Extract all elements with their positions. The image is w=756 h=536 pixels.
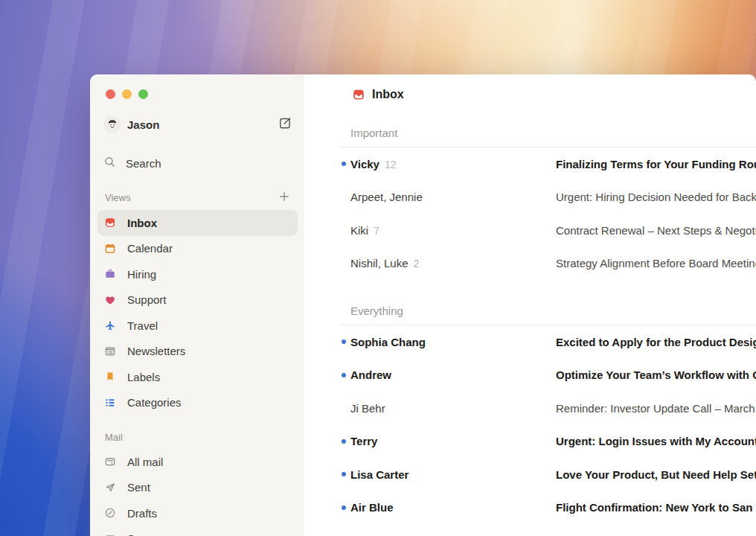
unread-dot-cell [304, 339, 350, 344]
search-button[interactable]: Search [103, 155, 291, 171]
email-row[interactable]: Arpeet, JennieUrgent: Hiring Decision Ne… [304, 181, 756, 214]
briefcase-icon [104, 268, 116, 280]
calendar-icon [104, 243, 116, 255]
unread-dot-cell [304, 162, 350, 166]
email-row[interactable]: Industry InsightsThe Future of AI in Com… [304, 524, 756, 536]
add-view-button[interactable] [278, 190, 291, 205]
unread-dot [342, 339, 346, 344]
send-icon [104, 482, 116, 494]
email-row[interactable]: Nishil, Luke2Strategy Alignment Before B… [304, 247, 756, 281]
thread-count: 12 [385, 159, 397, 170]
email-row[interactable]: AndrewOptimize Your Team’s Workflow with… [304, 359, 756, 392]
email-row[interactable]: Ji BehrReminder: Investor Update Call – … [304, 392, 756, 425]
sidebar-item-label: Drafts [127, 507, 157, 520]
email-sender: Terry [350, 435, 556, 447]
profile-name: Jason [127, 118, 159, 131]
email-row[interactable]: Lisa CarterLove Your Product, But Need H… [304, 458, 756, 491]
email-subject: Contract Renewal – Next Steps & Negotiat… [556, 224, 756, 237]
email-subject: Urgent: Hiring Decision Needed for Backe… [556, 191, 756, 203]
sidebar-item-calendar[interactable]: Calendar [97, 236, 298, 262]
email-row[interactable]: Air BlueFlight Confirmation: New York to… [304, 491, 756, 525]
unread-dot [342, 439, 346, 444]
sidebar-item-label: Sent [127, 481, 150, 494]
mail-section-label: Mail [105, 432, 123, 443]
compose-icon [278, 116, 292, 133]
email-subject: Reminder: Investor Update Call – March 5… [556, 402, 756, 415]
sidebar-item-label: Hiring [127, 268, 156, 281]
draft-icon [104, 507, 116, 519]
email-row[interactable]: Sophia ChangExcited to Apply for the Pro… [304, 325, 756, 359]
views-header: Views [105, 190, 291, 205]
traffic-lights [90, 74, 304, 99]
sidebar-item-label: Categories [127, 396, 182, 409]
email-subject: Flight Confirmation: New York to San Fra… [556, 501, 756, 514]
email-sender: Lisa Carter [350, 468, 556, 481]
sidebar-item-inbox[interactable]: Inbox [97, 210, 298, 236]
heart-icon [104, 294, 116, 306]
inbox-header: Inbox [304, 74, 756, 103]
email-row[interactable]: Vicky12Finalizing Terms for Your Funding… [304, 147, 756, 181]
minimize-button[interactable] [122, 89, 132, 99]
sidebar-item-label: Support [127, 293, 167, 306]
email-sender: Nishil, Luke2 [350, 257, 556, 269]
email-sender: Air Blue [350, 501, 556, 514]
sidebar-item-label: All mail [127, 456, 163, 468]
sidebar-item-categories[interactable]: Categories [97, 390, 298, 416]
email-sender: Sophia Chang [350, 336, 556, 348]
email-row[interactable]: Kiki7Contract Renewal – Next Steps & Neg… [304, 214, 756, 247]
bookmark-icon [104, 371, 116, 383]
search-icon [103, 156, 116, 170]
mail-app-window: Jason Search Views InboxCalendarHiringSu… [90, 74, 756, 536]
mail-header: Mail [105, 430, 289, 444]
plane-icon [104, 319, 116, 331]
email-sender: Arpeet, Jennie [350, 191, 556, 203]
email-subject: Finalizing Terms for Your Funding Round [556, 158, 756, 170]
email-sender: Ji Behr [350, 402, 556, 415]
sidebar-item-spam[interactable]: Spam [97, 526, 298, 536]
email-sender: Andrew [350, 368, 556, 381]
inbox-icon [352, 88, 365, 101]
unread-dot [342, 505, 346, 510]
sidebar-item-drafts[interactable]: Drafts [97, 500, 298, 526]
spam-icon [104, 533, 116, 536]
unread-dot [342, 373, 346, 377]
inbox-icon [104, 217, 116, 229]
search-label: Search [126, 157, 161, 170]
avatar [105, 117, 120, 132]
email-subject: Strategy Alignment Before Board Meeting [556, 257, 756, 269]
email-sender: Kiki7 [350, 224, 556, 237]
unread-dot-cell [304, 373, 350, 377]
close-button[interactable] [106, 89, 115, 99]
email-subject: Urgent: Login Issues with My Account [556, 435, 756, 447]
unread-dot [342, 472, 346, 476]
newspaper-icon [104, 345, 116, 357]
all-mail-icon [104, 456, 116, 468]
sidebar-item-support[interactable]: Support [97, 287, 298, 313]
unread-dot-cell [304, 439, 350, 444]
sidebar-item-label: Calendar [127, 242, 173, 255]
section-label: Important [350, 125, 756, 140]
zoom-button[interactable] [138, 89, 148, 99]
unread-dot-cell [304, 472, 350, 476]
sidebar-item-hiring[interactable]: Hiring [97, 261, 298, 287]
email-pane: Inbox ImportantVicky12Finalizing Terms f… [304, 74, 756, 536]
sidebar-item-label: Labels [127, 371, 160, 383]
compose-button[interactable] [278, 116, 292, 133]
sidebar-item-newsletters[interactable]: Newsletters [97, 339, 298, 365]
list-icon [104, 397, 116, 409]
email-subject: Excited to Apply for the Product Designe… [556, 336, 756, 348]
sidebar: Jason Search Views InboxCalendarHiringSu… [90, 74, 304, 536]
sidebar-item-travel[interactable]: Travel [97, 313, 298, 339]
unread-dot [342, 162, 346, 166]
email-sender: Vicky12 [350, 158, 556, 170]
sidebar-item-sent[interactable]: Sent [97, 475, 298, 501]
sidebar-item-labels[interactable]: Labels [97, 364, 298, 390]
sidebar-item-label: Spam [127, 532, 156, 536]
views-section-label: Views [105, 192, 130, 203]
sidebar-item-all-mail[interactable]: All mail [97, 449, 298, 475]
sidebar-mail-list: All mailSentDraftsSpam [97, 449, 298, 536]
thread-count: 7 [374, 225, 379, 237]
plus-icon [278, 190, 291, 205]
email-row[interactable]: TerryUrgent: Login Issues with My Accoun… [304, 425, 756, 459]
profile-row: Jason [105, 116, 292, 133]
